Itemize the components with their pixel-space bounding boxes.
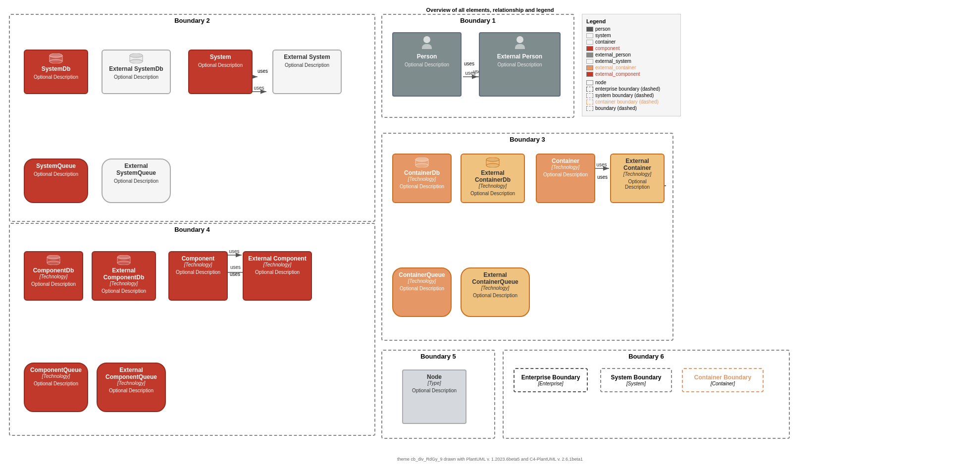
container-queue-box: ContainerQueue [Technology] Optional Des…	[392, 267, 452, 317]
uses-label-b2: uses	[258, 68, 268, 74]
boundary-5-label: Boundary 5	[382, 351, 494, 364]
legend-label-system: system	[595, 33, 611, 38]
legend-label-node: node	[595, 80, 606, 85]
external-component-db-desc: Optional Description	[97, 288, 151, 294]
enterprise-boundary-box: Enterprise Boundary [Enterprise]	[514, 368, 588, 392]
legend-label-ext-system: external_system	[595, 58, 631, 64]
component-queue-desc: Optional Description	[29, 381, 83, 386]
boundary-5: Boundary 5 Node [Type] Optional Descript…	[381, 350, 495, 439]
legend-label-ext-person: external_person	[595, 52, 631, 57]
external-container-db-icon	[486, 158, 500, 167]
legend-swatch-ext-system	[586, 59, 593, 64]
external-component-db-title: External ComponentDb	[97, 267, 151, 281]
system-db-icon	[49, 53, 63, 63]
system-boundary-sub: [System]	[607, 381, 665, 386]
component-box: Component [Technology] Optional Descript…	[168, 251, 228, 301]
person-icon	[419, 36, 434, 51]
person-title: Person	[397, 53, 457, 60]
person-desc: Optional Description	[397, 62, 457, 67]
system-db-desc: Optional Description	[29, 74, 83, 80]
legend-item-system: system	[586, 33, 676, 38]
external-component-desc: Optional Description	[248, 269, 307, 275]
legend-line-item-container-b: container boundary (dashed)	[586, 99, 676, 105]
uses-label-b3: uses	[597, 174, 608, 180]
svg-point-44	[117, 261, 130, 265]
external-component-db-icon	[117, 255, 131, 265]
legend-swatch-ext-container	[586, 65, 593, 70]
external-container-db-box: External ContainerDb [Technology] Option…	[461, 154, 525, 203]
external-component-queue-box: External ComponentQueue [Technology] Opt…	[97, 363, 166, 412]
external-person-title: External Person	[484, 53, 556, 60]
external-container-queue-tech: [Technology]	[465, 285, 525, 291]
node-title: Node	[407, 373, 462, 380]
component-queue-box: ComponentQueue [Technology] Optional Des…	[24, 363, 88, 412]
external-container-desc: Optional Description	[615, 179, 660, 190]
enterprise-boundary-sub: [Enterprise]	[520, 381, 581, 386]
uses-label-b4: uses	[230, 271, 240, 277]
container-db-tech: [Technology]	[397, 176, 447, 182]
legend-swatch-ext-person	[586, 53, 593, 57]
container-db-desc: Optional Description	[397, 184, 447, 189]
external-system-db-box: External SystemDb Optional Description	[102, 50, 171, 94]
legend-swatch-component	[586, 46, 593, 51]
legend-item-ext-component: external_component	[586, 71, 676, 77]
external-system-db-title: External SystemDb	[106, 65, 166, 72]
legend-label-enterprise: enterprise boundary (dashed)	[595, 86, 660, 92]
container-boundary-title: Container Boundary	[689, 374, 757, 381]
node-box: Node [Type] Optional Description	[402, 369, 466, 424]
legend-swatch-system	[586, 33, 593, 38]
container-queue-desc: Optional Description	[397, 286, 447, 291]
component-db-icon	[47, 255, 60, 265]
legend-swatch-container	[586, 40, 593, 45]
container-db-icon	[415, 158, 429, 167]
legend-line-item-boundary: boundary (dashed)	[586, 106, 676, 111]
legend-line-item-node: node	[586, 80, 676, 85]
boundary-2-label: Boundary 2	[10, 15, 374, 28]
container-db-title: ContainerDb	[397, 169, 447, 176]
system-db-title: SystemDb	[29, 65, 83, 72]
external-component-db-tech: [Technology]	[97, 281, 151, 286]
system-title: System	[193, 53, 248, 60]
external-system-desc: Optional Description	[277, 62, 337, 68]
external-component-queue-title: External ComponentQueue	[102, 367, 161, 380]
legend-item-ext-container: external_container	[586, 65, 676, 70]
component-queue-title: ComponentQueue	[29, 367, 83, 373]
external-component-box: External Component [Technology] Optional…	[243, 251, 312, 301]
person-box: Person Optional Description	[392, 32, 462, 97]
external-component-queue-tech: [Technology]	[102, 380, 161, 386]
external-container-db-desc: Optional Description	[465, 191, 520, 196]
legend-label-container: container	[595, 39, 616, 45]
container-queue-title: ContainerQueue	[397, 271, 447, 278]
legend-line-item-system-b: system boundary (dashed)	[586, 93, 676, 98]
boundary-1-label: Boundary 1	[382, 15, 573, 28]
external-container-queue-desc: Optional Description	[465, 293, 525, 298]
legend-label-system-b: system boundary (dashed)	[595, 93, 654, 98]
external-system-queue-title: External SystemQueue	[106, 162, 166, 176]
enterprise-boundary-title: Enterprise Boundary	[520, 374, 581, 381]
external-component-tech: [Technology]	[248, 262, 307, 267]
svg-point-24	[130, 59, 143, 63]
legend-item-ext-person: external_person	[586, 52, 676, 57]
component-queue-tech: [Technology]	[29, 373, 83, 379]
external-container-queue-title: External ContainerQueue	[465, 271, 525, 285]
external-component-title: External Component	[248, 255, 307, 262]
system-db-box: SystemDb Optional Description	[24, 50, 88, 94]
svg-point-29	[415, 163, 428, 167]
component-tech: [Technology]	[173, 262, 223, 267]
node-type: [Type]	[407, 380, 462, 386]
legend-title: Legend	[586, 18, 676, 24]
external-container-queue-box: External ContainerQueue [Technology] Opt…	[461, 267, 530, 317]
external-component-db-box: External ComponentDb [Technology] Option…	[92, 251, 156, 301]
legend-swatch-ext-component	[586, 72, 593, 77]
external-system-db-icon	[129, 53, 143, 63]
uses-label-b1: uses	[464, 61, 474, 66]
external-person-desc: Optional Description	[484, 62, 556, 67]
svg-point-34	[486, 163, 499, 167]
external-system-queue-desc: Optional Description	[106, 178, 166, 184]
container-box: Container [Technology] Optional Descript…	[536, 154, 595, 203]
external-person-box: External Person Optional Description	[479, 32, 561, 97]
legend-line-boundary	[586, 106, 593, 111]
component-desc: Optional Description	[173, 269, 223, 275]
svg-point-19	[50, 59, 62, 63]
page-title: Overview of all elements, relationship a…	[0, 3, 980, 15]
